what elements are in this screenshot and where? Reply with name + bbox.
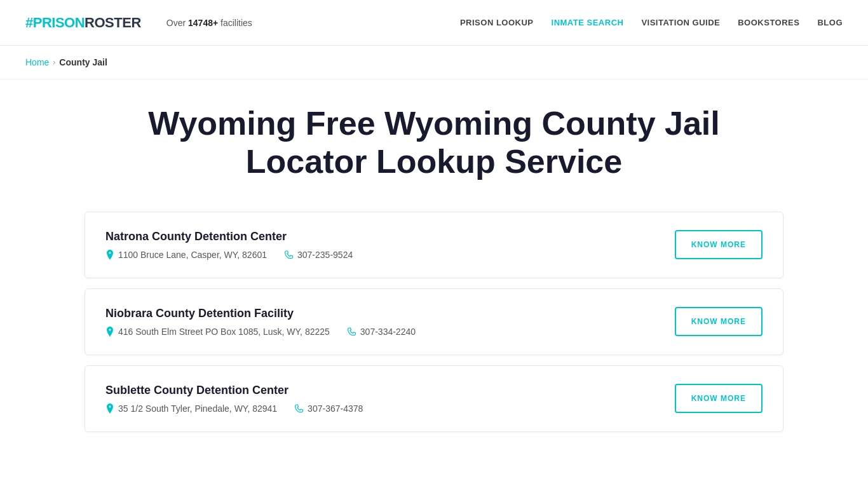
- facility-name-natrona: Natrona County Detention Center: [105, 230, 654, 243]
- pin-icon-natrona: [105, 250, 114, 260]
- address-text-niobrara: 416 South Elm Street PO Box 1085, Lusk, …: [118, 327, 330, 337]
- phone-icon-natrona: [285, 250, 294, 259]
- facility-card-niobrara: Niobrara County Detention Facility 416 S…: [85, 288, 783, 355]
- phone-text-niobrara: 307-334-2240: [360, 327, 416, 337]
- facility-info-natrona: Natrona County Detention Center 1100 Bru…: [105, 230, 654, 260]
- facility-phone-natrona: 307-235-9524: [285, 250, 353, 260]
- logo-hash: #: [25, 15, 33, 31]
- nav-links: PRISON LOOKUP INMATE SEARCH VISITATION G…: [460, 18, 843, 27]
- phone-icon-sublette: [295, 404, 304, 413]
- breadcrumb-area: Home › County Jail: [0, 46, 868, 79]
- nav-prison-lookup[interactable]: PRISON LOOKUP: [460, 18, 534, 27]
- know-more-button-natrona[interactable]: KNOW MORE: [675, 230, 763, 259]
- facility-info-sublette: Sublette County Detention Center 35 1/2 …: [105, 384, 654, 414]
- nav-bookstores[interactable]: BOOKSTORES: [738, 18, 799, 27]
- facility-card-sublette: Sublette County Detention Center 35 1/2 …: [85, 365, 783, 432]
- main-content: Wyoming Free Wyoming County Jail Locator…: [72, 79, 796, 458]
- facility-list: Natrona County Detention Center 1100 Bru…: [85, 212, 783, 432]
- nav-visitation-guide[interactable]: VISITATION GUIDE: [641, 18, 720, 27]
- phone-icon-niobrara: [348, 327, 356, 336]
- logo[interactable]: #PRISONROSTER: [25, 15, 141, 31]
- know-more-button-sublette[interactable]: KNOW MORE: [675, 384, 763, 413]
- phone-text-natrona: 307-235-9524: [297, 250, 353, 260]
- facility-phone-niobrara: 307-334-2240: [348, 327, 416, 337]
- page-title: Wyoming Free Wyoming County Jail Locator…: [85, 105, 783, 181]
- facility-info-niobrara: Niobrara County Detention Facility 416 S…: [105, 307, 654, 337]
- facilities-count-text: Over 14748+ facilities: [166, 18, 252, 28]
- facility-name-sublette: Sublette County Detention Center: [105, 384, 654, 397]
- nav-inmate-search[interactable]: INMATE SEARCH: [552, 18, 624, 27]
- facility-phone-sublette: 307-367-4378: [295, 403, 363, 414]
- address-text-natrona: 1100 Bruce Lane, Casper, WY, 82601: [118, 250, 267, 260]
- breadcrumb-separator: ›: [53, 58, 55, 67]
- facilities-number: 14748+: [188, 18, 218, 28]
- facility-address-sublette: 35 1/2 South Tyler, Pinedale, WY, 82941: [105, 403, 277, 414]
- navbar: #PRISONROSTER Over 14748+ facilities PRI…: [0, 0, 868, 46]
- facility-card-natrona: Natrona County Detention Center 1100 Bru…: [85, 212, 783, 278]
- pin-icon-sublette: [105, 403, 114, 414]
- address-text-sublette: 35 1/2 South Tyler, Pinedale, WY, 82941: [118, 403, 277, 414]
- facility-address-natrona: 1100 Bruce Lane, Casper, WY, 82601: [105, 250, 267, 260]
- breadcrumb-current: County Jail: [59, 57, 107, 67]
- breadcrumb-home-link[interactable]: Home: [25, 57, 49, 67]
- facility-details-sublette: 35 1/2 South Tyler, Pinedale, WY, 82941 …: [105, 403, 654, 414]
- facility-address-niobrara: 416 South Elm Street PO Box 1085, Lusk, …: [105, 327, 330, 337]
- nav-blog[interactable]: BLOG: [817, 18, 843, 27]
- logo-roster: ROSTER: [85, 15, 141, 31]
- breadcrumb: Home › County Jail: [25, 57, 843, 67]
- logo-prison: PRISON: [33, 15, 85, 31]
- facility-name-niobrara: Niobrara County Detention Facility: [105, 307, 654, 320]
- facility-details-natrona: 1100 Bruce Lane, Casper, WY, 82601 307-2…: [105, 250, 654, 260]
- facility-details-niobrara: 416 South Elm Street PO Box 1085, Lusk, …: [105, 327, 654, 337]
- pin-icon-niobrara: [105, 327, 114, 337]
- know-more-button-niobrara[interactable]: KNOW MORE: [675, 307, 763, 336]
- phone-text-sublette: 307-367-4378: [308, 403, 363, 414]
